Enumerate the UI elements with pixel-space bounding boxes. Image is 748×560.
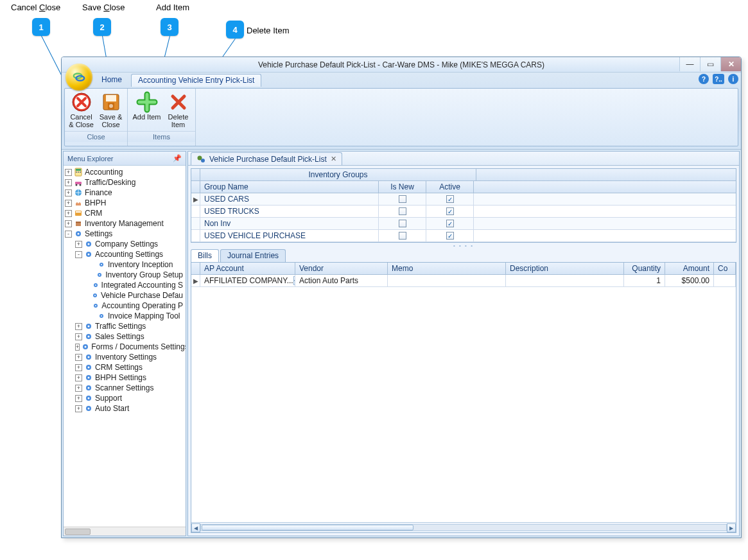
maximize-button[interactable]: ▭	[700, 57, 720, 71]
vendor-cell[interactable]: Action Auto Parts	[295, 275, 388, 286]
expander-icon[interactable]: +	[65, 210, 72, 217]
expander-icon[interactable]	[88, 282, 90, 289]
tree-node[interactable]: Inventory Inception	[88, 259, 186, 270]
tree-node[interactable]: +Scanner Settings	[75, 383, 186, 393]
bill-row[interactable]: ▶AFFILIATED COMPANY...▾Action Auto Parts…	[191, 275, 736, 287]
ap-account-cell[interactable]: AFFILIATED COMPANY...▾	[200, 275, 295, 286]
inventory-group-row[interactable]: USED VEHICLE PURCHASE✓	[191, 230, 736, 242]
tab-journal-entries[interactable]: Journal Entries	[220, 249, 286, 262]
tree-node[interactable]: +Accounting	[65, 167, 186, 177]
expander-icon[interactable]: -	[65, 231, 72, 238]
bills-hscrollbar[interactable]: ◀ ▶	[191, 522, 736, 532]
tree-node[interactable]: Inventory Group Setup	[88, 270, 186, 280]
is-new-checkbox[interactable]	[399, 220, 406, 227]
active-checkbox[interactable]: ✓	[446, 220, 454, 227]
tree-node[interactable]: Integrated Accounting S	[88, 280, 186, 290]
tree-node[interactable]: +BHPH	[65, 198, 186, 208]
help-icon[interactable]: ?	[699, 74, 709, 84]
col-co[interactable]: Co	[714, 263, 736, 274]
expander-icon[interactable]: +	[75, 241, 82, 248]
memo-cell[interactable]	[388, 275, 506, 286]
minimize-button[interactable]: —	[679, 57, 700, 71]
menu-tree[interactable]: +Accounting+Traffic/Desking+Finance+BHPH…	[64, 166, 186, 527]
expander-icon[interactable]: +	[65, 169, 72, 176]
active-checkbox[interactable]: ✓	[446, 232, 454, 240]
document-tab[interactable]: Vehicle Purchase Default Pick-List ✕	[191, 152, 342, 165]
expander-icon[interactable]: +	[75, 364, 82, 371]
whats-this-icon[interactable]: ?..	[713, 74, 724, 84]
group-name-cell[interactable]: USED CARS	[200, 193, 379, 205]
tree-node[interactable]: +CRM Settings	[75, 362, 186, 372]
tree-node[interactable]: -Settings	[65, 229, 186, 239]
tree-node[interactable]: Accounting Operating P	[88, 301, 186, 311]
window-close-button[interactable]: ✕	[720, 57, 741, 71]
splitter[interactable]: • • • •	[188, 243, 739, 248]
inventory-group-row[interactable]: Non Inv✓	[191, 218, 736, 230]
col-active[interactable]: Active	[426, 181, 474, 193]
tree-node[interactable]: +Forms / Documents Settings	[75, 342, 186, 352]
tree-node[interactable]: -Accounting Settings	[75, 249, 186, 259]
active-checkbox[interactable]: ✓	[446, 195, 454, 203]
is-new-checkbox[interactable]	[399, 207, 406, 215]
save-close-button[interactable]: Save & Close	[97, 90, 125, 130]
is-new-checkbox[interactable]	[399, 195, 406, 203]
description-cell[interactable]	[506, 275, 624, 286]
expander-icon[interactable]: +	[75, 354, 82, 361]
col-memo[interactable]: Memo	[388, 263, 506, 274]
expander-icon[interactable]: +	[75, 385, 82, 392]
tree-node[interactable]: +Traffic/Desking	[65, 177, 186, 188]
quantity-cell[interactable]: 1	[624, 275, 665, 286]
col-quantity[interactable]: Quantity	[624, 263, 665, 274]
col-description[interactable]: Description	[506, 263, 624, 274]
tree-node[interactable]: +Support	[75, 393, 186, 403]
expander-icon[interactable]: +	[75, 333, 82, 340]
amount-cell[interactable]: $500.00	[665, 275, 714, 286]
group-name-cell[interactable]: USED VEHICLE PURCHASE	[200, 230, 379, 241]
tree-node[interactable]: +Inventory Settings	[75, 352, 186, 362]
tree-node[interactable]: +Company Settings	[75, 239, 186, 249]
tree-node[interactable]: +BHPH Settings	[75, 372, 186, 383]
expander-icon[interactable]: +	[65, 220, 72, 227]
tree-node[interactable]: +Auto Start	[75, 403, 186, 414]
col-group-name[interactable]: Group Name	[200, 181, 379, 193]
expander-icon[interactable]: -	[75, 251, 82, 258]
expander-icon[interactable]: +	[75, 395, 82, 402]
group-name-cell[interactable]: Non Inv	[200, 218, 379, 229]
tree-node[interactable]: +Traffic Settings	[75, 321, 186, 331]
expander-icon[interactable]	[88, 292, 89, 299]
scroll-right-icon[interactable]: ▶	[727, 523, 736, 532]
active-checkbox[interactable]: ✓	[446, 207, 454, 215]
add-item-button[interactable]: Add Item	[131, 90, 163, 130]
ribbon-tab-home[interactable]: Home	[95, 74, 128, 87]
expander-icon[interactable]: +	[75, 344, 80, 351]
expander-icon[interactable]	[88, 261, 95, 268]
group-name-cell[interactable]: USED TRUCKS	[200, 206, 379, 217]
tree-node[interactable]: +CRM	[65, 208, 186, 218]
sidebar-hscrollbar[interactable]	[64, 527, 186, 536]
col-amount[interactable]: Amount	[665, 263, 714, 274]
expander-icon[interactable]: +	[65, 179, 72, 186]
tree-node[interactable]: +Finance	[65, 188, 186, 198]
expander-icon[interactable]	[88, 313, 95, 320]
delete-item-button[interactable]: Delete Item	[164, 90, 193, 130]
expander-icon[interactable]: +	[75, 405, 82, 412]
expander-icon[interactable]: +	[65, 189, 72, 197]
app-orb-button[interactable]	[65, 64, 92, 91]
ribbon-tab-picklist[interactable]: Accounting Vehicle Entry Pick-List	[131, 74, 261, 87]
expander-icon[interactable]	[88, 302, 90, 310]
tab-close-icon[interactable]: ✕	[331, 155, 336, 163]
tree-node[interactable]: Vehicle Purchase Defau	[88, 290, 186, 301]
tab-bills[interactable]: Bills	[191, 249, 219, 262]
col-is-new[interactable]: Is New	[379, 181, 426, 193]
inventory-group-row[interactable]: USED TRUCKS✓	[191, 206, 736, 218]
expander-icon[interactable]	[88, 272, 94, 279]
expander-icon[interactable]: +	[75, 374, 82, 381]
tree-node[interactable]: Invoice Mapping Tool	[88, 311, 186, 321]
cancel-close-button[interactable]: Cancel & Close	[67, 90, 96, 130]
col-ap-account[interactable]: AP Account	[200, 263, 295, 274]
tree-node[interactable]: +Sales Settings	[75, 331, 186, 342]
expander-icon[interactable]: +	[75, 323, 82, 330]
tree-node[interactable]: +Inventory Management	[65, 218, 186, 229]
scroll-left-icon[interactable]: ◀	[191, 523, 200, 532]
pin-icon[interactable]: 📌	[173, 154, 182, 162]
